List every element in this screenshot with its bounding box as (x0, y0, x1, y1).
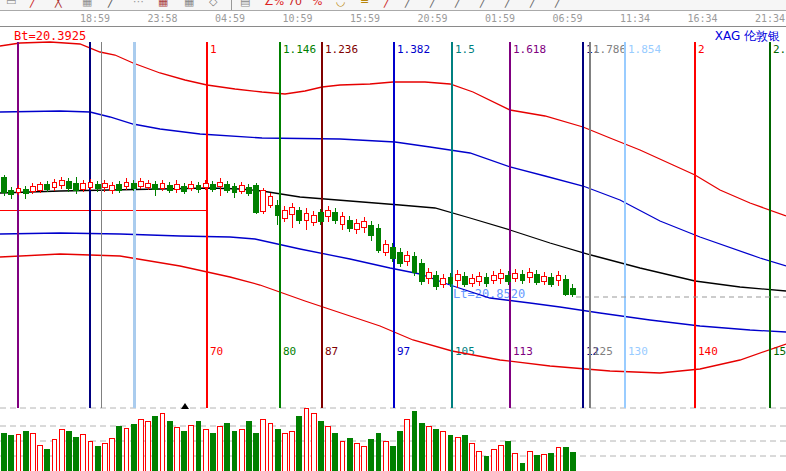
line-tool-icon-4[interactable]: ╱ (480, 0, 487, 9)
bt-indicator-value-label: Bt=20.3925 (14, 29, 86, 43)
time-tick-label: 18:59 (80, 13, 110, 24)
line-tool-icon-7[interactable]: ╱ (555, 0, 562, 9)
time-tick-label: 15:59 (350, 13, 380, 24)
arc-tool-icon[interactable]: ◡ (336, 0, 346, 9)
crossline-tool-icon[interactable]: ╳ (55, 0, 62, 9)
time-tick-label: 04:59 (215, 13, 245, 24)
volume-bars (2, 408, 576, 471)
fib-time-zone-lines[interactable] (0, 42, 770, 408)
toolbar-separator (231, 0, 232, 10)
list-tool-icon[interactable]: ▤ (240, 0, 250, 9)
price-chart-canvas[interactable] (0, 0, 786, 471)
fib-number-tool-icon[interactable]: 70 (288, 0, 302, 9)
time-tick-label: 01:59 (485, 13, 515, 24)
grid-tool-icon[interactable]: ▦ (82, 0, 92, 9)
trading-app-window: ▭╱╳▦╱⋯▦▦◇▤∠%70%◡≚╱╱╱╱╱╱╱╱ 18:5923:5804:5… (0, 0, 786, 471)
line-tool-icon-1[interactable]: ╱ (405, 0, 412, 9)
trendline-tool-icon[interactable]: ╱ (30, 0, 37, 9)
fib-grid-tool-icon[interactable]: ▦ (158, 0, 168, 9)
table-tool-icon[interactable]: ▦ (184, 0, 194, 9)
drawing-toolbar: ▭╱╳▦╱⋯▦▦◇▤∠%70%◡≚╱╱╱╱╱╱╱╱ (0, 0, 786, 11)
angle-percent-tool-icon[interactable]: ∠% (264, 0, 284, 9)
polygon-tool-icon[interactable]: ◇ (209, 0, 217, 9)
time-axis: 18:5923:5804:5910:5915:5920:5901:5906:59… (0, 11, 786, 27)
line-tool-icon-5[interactable]: ╱ (505, 0, 512, 9)
time-tick-label: 16:34 (687, 13, 717, 24)
line-tool-icon-6[interactable]: ╱ (530, 0, 537, 9)
time-tick-label: 06:59 (552, 13, 582, 24)
time-tick-label: 10:59 (282, 13, 312, 24)
ray-tool-icon[interactable]: ╱ (384, 0, 391, 9)
time-tick-label: 21:34 (755, 13, 785, 24)
dotted-line-tool-icon[interactable]: ⋯ (133, 0, 144, 9)
symbol-label: XAG 伦敦银 (715, 28, 780, 45)
time-tick-label: 11:34 (620, 13, 650, 24)
percent-retracement-tool-icon[interactable]: % (312, 0, 322, 9)
line-tool-icon-2[interactable]: ╱ (430, 0, 437, 9)
scroll-position-marker[interactable] (181, 403, 189, 409)
pen-tool-icon[interactable]: ╱ (108, 0, 115, 9)
time-tick-label: 20:59 (417, 13, 447, 24)
select-tool-icon[interactable]: ▭ (6, 0, 16, 9)
time-tick-label: 23:58 (147, 13, 177, 24)
gann-fan-tool-icon[interactable]: ≚ (360, 0, 369, 9)
line-tool-icon-3[interactable]: ╱ (455, 0, 462, 9)
